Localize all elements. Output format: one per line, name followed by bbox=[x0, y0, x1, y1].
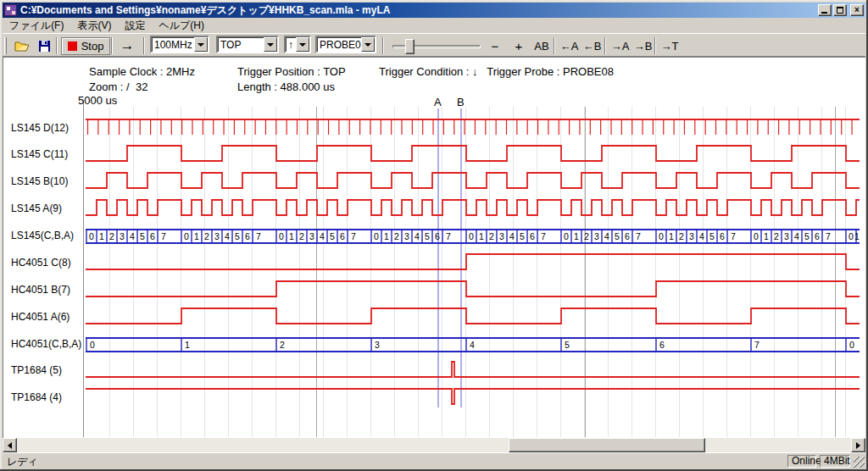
scroll-right-button[interactable] bbox=[851, 438, 865, 452]
stop-icon bbox=[68, 42, 77, 51]
waveform-panel bbox=[3, 57, 865, 438]
channel-label: HC4051(C,B,A) bbox=[11, 338, 81, 350]
move-cursor-a-left-button[interactable]: ←A bbox=[559, 36, 580, 56]
channel-label: TP1684 (5) bbox=[11, 364, 62, 376]
zoom-text: Zoom : / 32 bbox=[89, 80, 147, 93]
trigger-probe-value: PROBE00 bbox=[317, 39, 361, 51]
minimize-button[interactable] bbox=[818, 4, 832, 16]
channel-label: LS145 D(12) bbox=[11, 122, 69, 134]
menu-file[interactable]: ファイル(F) bbox=[3, 18, 70, 34]
arrow-left-icon bbox=[4, 442, 12, 449]
save-button[interactable] bbox=[34, 36, 54, 56]
channel-label: HC4051 C(8) bbox=[11, 257, 71, 269]
arrow-right-icon bbox=[856, 442, 864, 449]
resize-grip[interactable] bbox=[854, 457, 865, 468]
chevron-down-icon[interactable] bbox=[296, 37, 309, 52]
app-window: C:¥Documents and Settings¥noname¥デスクトップ¥… bbox=[0, 0, 868, 471]
horizontal-scrollbar[interactable] bbox=[3, 438, 865, 452]
cursor-a-label: A bbox=[434, 96, 442, 108]
channel-label: TP1684 (4) bbox=[11, 391, 62, 403]
trigger-edge-value: ↑ bbox=[286, 39, 296, 51]
menu-help[interactable]: ヘルプ(H) bbox=[152, 18, 211, 34]
channel-label: HC4051 B(7) bbox=[11, 284, 70, 296]
channel-label: LS145 A(9) bbox=[11, 202, 62, 214]
toolbar-separator bbox=[554, 37, 555, 54]
toolbar: Stop → 100MHz TOP ↑ PROBE00 − + AB ←A ←B bbox=[3, 33, 865, 57]
window-title: C:¥Documents and Settings¥noname¥デスクトップ¥… bbox=[20, 3, 816, 18]
chevron-down-icon[interactable] bbox=[264, 37, 277, 52]
toolbar-separator bbox=[111, 37, 113, 54]
chevron-down-icon[interactable] bbox=[194, 37, 208, 52]
save-floppy-icon bbox=[38, 40, 51, 53]
length-text: Length : 488.000 us bbox=[237, 80, 335, 93]
zoom-in-button[interactable]: + bbox=[509, 36, 528, 56]
chevron-down-icon[interactable] bbox=[361, 37, 375, 52]
menu-bar: ファイル(F) 表示(V) 設定 ヘルプ(H) bbox=[3, 18, 865, 33]
toolbar-separator bbox=[654, 37, 656, 54]
time-scale-text: 5000 us bbox=[78, 94, 117, 107]
move-cursor-a-right-button[interactable]: →A bbox=[609, 36, 631, 56]
zoom-out-button[interactable]: − bbox=[486, 36, 504, 56]
scrollbar-thumb[interactable] bbox=[509, 438, 705, 452]
toolbar-separator bbox=[382, 37, 384, 54]
maximize-button[interactable] bbox=[833, 4, 847, 16]
stop-label: Stop bbox=[81, 40, 104, 53]
trigger-position-text: Trigger Position : TOP bbox=[237, 65, 346, 78]
trigger-position-value: TOP bbox=[218, 39, 264, 51]
status-memory-badge: 4MBit bbox=[820, 455, 850, 468]
toolbar-separator bbox=[604, 37, 606, 54]
toolbar-separator bbox=[143, 37, 145, 54]
goto-trigger-button[interactable]: →T bbox=[659, 36, 681, 56]
menu-settings[interactable]: 設定 bbox=[118, 18, 152, 34]
trigger-edge-combobox[interactable]: ↑ bbox=[284, 36, 311, 53]
title-bar: C:¥Documents and Settings¥noname¥デスクトップ¥… bbox=[3, 3, 865, 18]
stop-button[interactable]: Stop bbox=[62, 36, 109, 56]
open-folder-icon bbox=[14, 40, 31, 53]
channel-label: LS145 B(10) bbox=[11, 175, 68, 187]
sample-clock-text: Sample Clock : 2MHz bbox=[89, 65, 195, 78]
move-cursor-b-left-button[interactable]: ←B bbox=[581, 36, 603, 56]
scroll-left-button[interactable] bbox=[3, 438, 17, 452]
trigger-position-combobox[interactable]: TOP bbox=[216, 36, 279, 53]
channel-label: LS145 C(11) bbox=[11, 148, 68, 160]
status-ready-text: レディ bbox=[7, 455, 38, 469]
trigger-condition-text: Trigger Condition : ↓ Trigger Probe : PR… bbox=[379, 65, 614, 78]
channel-label: HC4051 A(6) bbox=[11, 311, 70, 323]
zoom-ab-button[interactable]: AB bbox=[531, 36, 552, 56]
app-icon bbox=[4, 4, 17, 16]
menu-view[interactable]: 表示(V) bbox=[70, 18, 118, 34]
move-cursor-b-right-button[interactable]: →B bbox=[632, 36, 654, 56]
channel-label: LS145(C,B,A) bbox=[11, 230, 74, 241]
toolbar-grip bbox=[4, 37, 7, 54]
trigger-probe-combobox[interactable]: PROBE00 bbox=[315, 36, 376, 53]
open-file-button[interactable] bbox=[12, 36, 32, 56]
status-bar: レディ Online 4MBit bbox=[3, 452, 865, 468]
zoom-slider-thumb[interactable] bbox=[405, 39, 415, 54]
clock-combobox[interactable]: 100MHz bbox=[150, 36, 209, 53]
close-button[interactable]: × bbox=[850, 4, 864, 16]
clock-value: 100MHz bbox=[152, 39, 194, 51]
run-button[interactable]: → bbox=[116, 36, 138, 56]
toolbar-separator bbox=[56, 37, 58, 54]
status-online-badge: Online bbox=[787, 455, 816, 468]
cursor-b-label: B bbox=[457, 96, 465, 108]
